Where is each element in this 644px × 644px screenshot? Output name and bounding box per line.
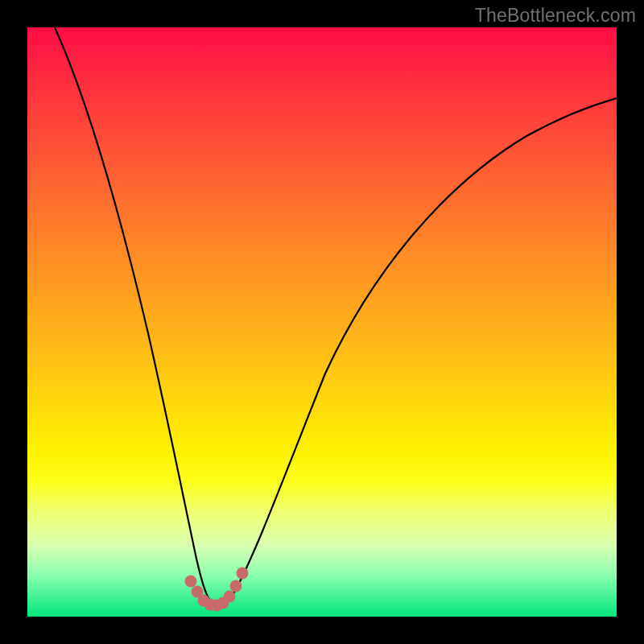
marker-dot <box>224 591 236 603</box>
marker-dot <box>185 576 197 588</box>
marker-dot <box>237 568 249 580</box>
chart-svg <box>27 27 617 617</box>
curve-group <box>55 27 617 606</box>
watermark-text: TheBottleneck.com <box>475 5 636 27</box>
marker-dot <box>230 580 242 592</box>
marker-group <box>185 568 249 612</box>
chart-frame: TheBottleneck.com <box>0 0 644 644</box>
chart-plot-area <box>27 27 617 617</box>
bottleneck-curve <box>55 27 617 606</box>
